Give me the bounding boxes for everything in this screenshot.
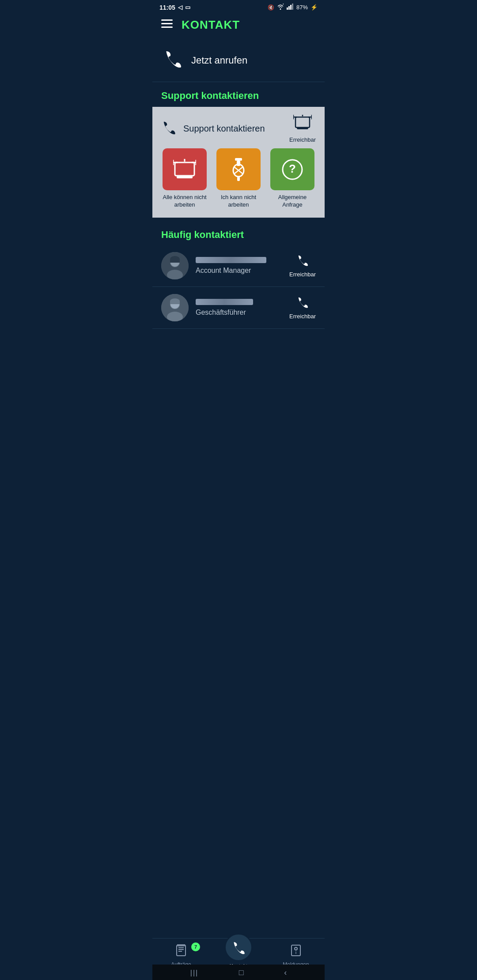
svg-rect-26 — [237, 177, 240, 181]
support-section-header: Support kontaktieren — [152, 82, 325, 107]
cat-i-cant-button[interactable]: Ich kann nicht arbeiten — [214, 148, 263, 209]
contact-avatar-2 — [161, 294, 189, 321]
contact-item-geschaeftsfuehrer[interactable]: Geschäftsführer Erreichbar — [152, 287, 325, 329]
cat-all-down-icon — [163, 148, 207, 190]
svg-rect-8 — [297, 128, 308, 129]
call-phone-icon — [163, 49, 182, 72]
contact-role-2: Geschäftsführer — [196, 309, 246, 316]
svg-rect-7 — [295, 117, 310, 128]
battery-percent: 87% — [296, 4, 308, 11]
wifi-icon — [277, 4, 284, 11]
support-row[interactable]: Support kontaktieren Erreichbar — [152, 107, 325, 148]
status-time: 11:05 — [159, 4, 175, 11]
support-phone-icon — [161, 120, 176, 138]
svg-rect-15 — [177, 176, 193, 178]
contact-phone-icon-2 — [296, 296, 309, 311]
svg-rect-14 — [175, 162, 194, 176]
contact-name-blur-2 — [196, 299, 253, 305]
svg-rect-3 — [292, 4, 293, 10]
status-bar: 11:05 ◁ ▭ 🔇 8 — [152, 0, 325, 13]
cat-all-down-button[interactable]: Alle können nicht arbeiten — [160, 148, 209, 209]
alarm-bell-icon — [293, 114, 312, 136]
support-panel: Support kontaktieren Erreichbar — [152, 107, 325, 218]
screen-icon: ▭ — [185, 4, 190, 11]
mute-icon: 🔇 — [268, 4, 274, 11]
contact-role-1: Account Manager — [196, 267, 251, 274]
contact-phone-icon-1 — [296, 254, 309, 269]
contact-item-account-manager[interactable]: Account Manager Erreichbar — [152, 245, 325, 287]
battery-icon: ⚡ — [310, 4, 318, 11]
hamburger-menu-icon[interactable] — [161, 19, 173, 31]
cat-i-cant-icon — [216, 148, 261, 190]
svg-text:?: ? — [289, 162, 296, 175]
contact-status-text-1: Erreichbar — [289, 271, 316, 278]
contact-avatar-1 — [161, 252, 189, 279]
contact-name-blur-1 — [196, 257, 266, 263]
support-status-text: Erreichbar — [289, 136, 316, 143]
cat-general-label: Allgemeine Anfrage — [268, 194, 317, 209]
cat-i-cant-label: Ich kann nicht arbeiten — [214, 194, 263, 209]
svg-rect-2 — [290, 5, 292, 10]
haeufig-header: Häufig kontaktiert — [152, 219, 325, 245]
contact-info-1: Account Manager — [196, 257, 282, 275]
signal-icon — [287, 4, 294, 11]
cat-general-icon: ? — [270, 148, 314, 190]
top-bar: KONTAKT — [152, 13, 325, 39]
cat-all-down-label: Alle können nicht arbeiten — [160, 194, 209, 209]
contact-status-2: Erreichbar — [289, 296, 316, 320]
svg-rect-0 — [287, 8, 288, 10]
contact-status-1: Erreichbar — [289, 254, 316, 278]
contact-info-2: Geschäftsführer — [196, 299, 282, 317]
cat-general-button[interactable]: ? Allgemeine Anfrage — [268, 148, 317, 209]
svg-rect-40 — [170, 301, 180, 304]
svg-rect-1 — [288, 6, 290, 10]
support-erreichbar-badge: Erreichbar — [289, 114, 316, 143]
haeufig-section: Häufig kontaktiert Account Manager — [152, 218, 325, 329]
svg-rect-34 — [170, 259, 180, 263]
page-title: KONTAKT — [182, 18, 240, 32]
svg-rect-6 — [161, 26, 173, 28]
svg-rect-5 — [161, 23, 173, 24]
svg-rect-21 — [235, 158, 242, 161]
location-icon: ◁ — [178, 4, 182, 11]
call-now-label: Jetzt anrufen — [191, 55, 247, 66]
support-label: Support kontaktieren — [183, 124, 265, 134]
call-now-button[interactable]: Jetzt anrufen — [152, 39, 325, 82]
contact-status-text-2: Erreichbar — [289, 313, 316, 320]
svg-rect-4 — [161, 19, 173, 21]
svg-rect-22 — [237, 161, 240, 166]
category-buttons: Alle können nicht arbeiten Ich kann nich… — [152, 148, 325, 209]
